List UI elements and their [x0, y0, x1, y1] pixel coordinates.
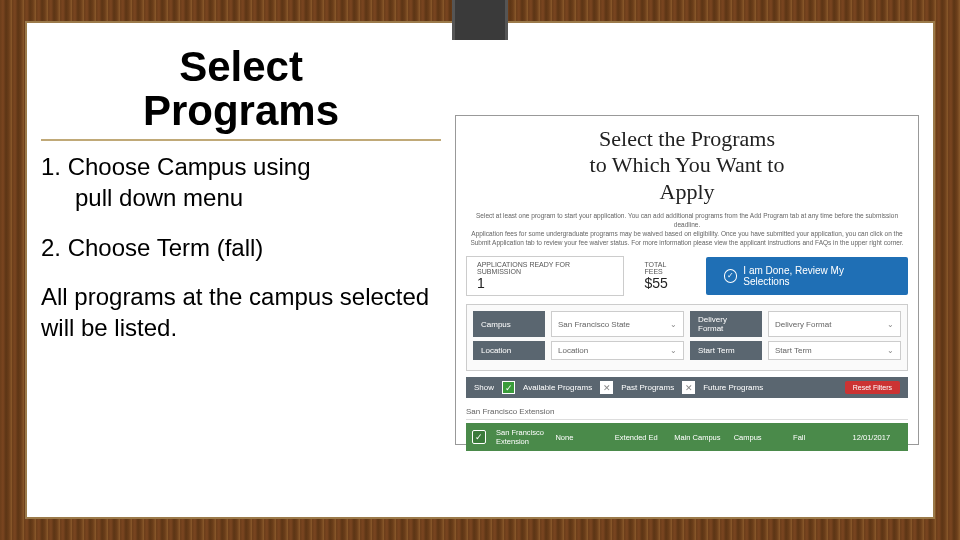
- total-fees-label: TOTAL FEES: [644, 261, 685, 276]
- title-line-1: Select: [179, 43, 303, 90]
- result-c3: Extended Ed: [615, 433, 664, 442]
- total-fees-value: $55: [644, 276, 685, 291]
- left-column: Select Programs 1. Choose Campus using p…: [41, 35, 451, 505]
- start-term-select[interactable]: Start Term ⌄: [768, 341, 901, 360]
- available-label: Available Programs: [523, 383, 592, 392]
- past-label: Past Programs: [621, 383, 674, 392]
- step-1-line-1: 1. Choose Campus using: [41, 153, 310, 180]
- title-line-2: Programs: [143, 87, 339, 134]
- intro-text: Select at least one program to start you…: [466, 211, 908, 247]
- show-label: Show: [474, 383, 494, 392]
- chevron-down-icon: ⌄: [887, 320, 894, 329]
- apps-ready-label: APPLICATIONS READY FOR SUBMISSION: [477, 261, 613, 276]
- status-row: APPLICATIONS READY FOR SUBMISSION 1 TOTA…: [466, 256, 908, 297]
- screenshot-title: Select the Programs to Which You Want to…: [466, 126, 908, 205]
- start-term-label: Start Term: [690, 341, 762, 360]
- program-result-row[interactable]: ✓ San Francisco Extension None Extended …: [466, 423, 908, 451]
- app-screenshot: Select the Programs to Which You Want to…: [455, 115, 919, 445]
- show-filter-row: Show ✓ Available Programs ✕ Past Program…: [466, 377, 908, 398]
- chevron-down-icon: ⌄: [670, 346, 677, 355]
- note-text: All programs at the campus selected will…: [41, 281, 441, 343]
- check-icon: ✓: [724, 269, 738, 283]
- step-1: 1. Choose Campus using pull down menu: [41, 151, 441, 213]
- apps-ready-value: 1: [477, 276, 613, 291]
- result-c6: Fall: [793, 433, 842, 442]
- total-fees-box: TOTAL FEES $55: [634, 257, 695, 296]
- campus-select[interactable]: San Francisco State ⌄: [551, 311, 684, 337]
- result-c5: Campus: [734, 433, 783, 442]
- slide-title: Select Programs: [41, 35, 441, 141]
- delivery-format-select[interactable]: Delivery Format ⌄: [768, 311, 901, 337]
- section-header: San Francisco Extension: [466, 404, 908, 420]
- slide-card: Select Programs 1. Choose Campus using p…: [25, 21, 935, 519]
- step-2: 2. Choose Term (fall): [41, 232, 441, 263]
- delivery-format-label: Delivery Format: [690, 311, 762, 337]
- filter-box: Campus San Francisco State ⌄ Delivery Fo…: [466, 304, 908, 371]
- past-checkbox[interactable]: ✕: [600, 381, 613, 394]
- done-button-label: I am Done, Review My Selections: [743, 265, 890, 287]
- result-c7: 12/01/2017: [853, 433, 902, 442]
- result-c2: None: [555, 433, 604, 442]
- result-c4: Main Campus: [674, 433, 723, 442]
- chevron-down-icon: ⌄: [670, 320, 677, 329]
- step-1-line-2: pull down menu: [41, 182, 441, 213]
- reset-filters-button[interactable]: Reset Filters: [845, 381, 900, 394]
- done-review-button[interactable]: ✓ I am Done, Review My Selections: [706, 257, 908, 295]
- result-name: San Francisco Extension: [496, 428, 545, 446]
- binder-clip: [452, 0, 508, 40]
- result-checkbox[interactable]: ✓: [472, 430, 486, 444]
- location-select[interactable]: Location ⌄: [551, 341, 684, 360]
- available-checkbox[interactable]: ✓: [502, 381, 515, 394]
- future-checkbox[interactable]: ✕: [682, 381, 695, 394]
- chevron-down-icon: ⌄: [887, 346, 894, 355]
- apps-ready-box: APPLICATIONS READY FOR SUBMISSION 1: [466, 256, 624, 297]
- future-label: Future Programs: [703, 383, 763, 392]
- campus-label: Campus: [473, 311, 545, 337]
- location-label: Location: [473, 341, 545, 360]
